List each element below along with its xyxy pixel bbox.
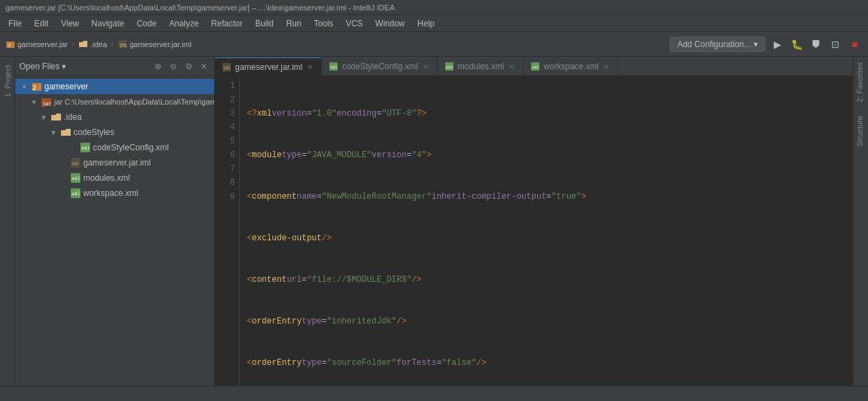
code-editor[interactable]: 1 2 3 4 5 6 7 8 9 <?xml version="1.0" en…: [215, 76, 853, 401]
folder-idea-icon: [51, 112, 62, 123]
structure-tab[interactable]: Structure: [853, 110, 868, 152]
menu-item-navigate[interactable]: Navigate: [86, 17, 130, 30]
tab-icon-modules: xml: [444, 62, 454, 71]
add-config-label: Add Configuration...: [677, 39, 751, 49]
tree-item-jar[interactable]: ▼ jar jar C:\Users\localhost\AppData\Loc…: [15, 94, 214, 109]
tree-label-gameserver: gameserver: [44, 82, 88, 91]
breadcrumb-sep-2: ›: [111, 40, 114, 48]
app-title: gameserver.jar [C:\Users\localhost\AppDa…: [6, 3, 394, 12]
menu-item-refactor[interactable]: Refactor: [206, 17, 248, 30]
tab-label-gameserver-iml: gameserver.jar.iml: [235, 62, 302, 72]
favorites-tab[interactable]: 2: Favorites: [853, 57, 868, 107]
svg-text:xml: xml: [81, 145, 90, 151]
code-line-6: <orderEntry type="inheritedJdk" />: [247, 314, 853, 328]
breadcrumb-sep-1: ›: [72, 40, 75, 48]
editor-area: iml gameserver.jar.iml ✕ xml codeStyleCo…: [215, 57, 853, 401]
iml-file-icon: IML: [118, 39, 128, 49]
folder-icon: [78, 39, 88, 49]
project-panel-title[interactable]: Open Files ▾: [19, 62, 149, 71]
tree-label-iml: gameserver.jar.iml: [83, 158, 150, 168]
tree-arrow: ▼: [40, 114, 49, 121]
tab-close-gameserver-iml[interactable]: ✕: [306, 63, 314, 71]
code-line-2: <module type="JAVA_MODULE" version="4">: [247, 148, 853, 162]
tree-label-codestyles: codeStyles: [73, 127, 114, 137]
breadcrumb-gameserver-jar[interactable]: J gameserver.jar: [6, 39, 68, 49]
tree-label-idea: .idea: [64, 112, 82, 122]
code-line-3: <component name="NewModuleRootManager" i…: [247, 190, 853, 204]
svg-text:xml: xml: [71, 176, 80, 181]
tab-gameserver-iml[interactable]: iml gameserver.jar.iml ✕: [215, 57, 322, 75]
project-panel-toolbar: Open Files ▾ ⊕ ⊖ ⚙ ✕: [15, 57, 214, 76]
stop-button[interactable]: ■: [847, 37, 862, 52]
tab-icon-iml: iml: [222, 62, 232, 72]
tab-icon-workspace: xml: [530, 62, 540, 71]
jar-icon: J: [6, 39, 15, 49]
code-line-4: <exclude-output />: [247, 231, 853, 245]
tree-item-workspace[interactable]: xml workspace.xml: [15, 186, 214, 201]
svg-text:iml: iml: [71, 161, 79, 166]
add-configuration-button[interactable]: Add Configuration... ▾: [670, 37, 765, 52]
tree-item-codestyles[interactable]: ▼ codeStyles: [15, 125, 214, 140]
coverage-button[interactable]: ⛊: [808, 37, 824, 52]
menu-item-analyze[interactable]: Analyze: [164, 17, 205, 30]
iml-tree-icon: iml: [70, 157, 81, 168]
tab-label-codestyleconfig: codeStyleConfig.xml: [342, 62, 417, 71]
tree-item-idea[interactable]: ▼ .idea: [15, 109, 214, 125]
tree-item-gameserver[interactable]: ▼ J gameserver: [15, 79, 214, 94]
menu-item-build[interactable]: Build: [250, 17, 279, 30]
svg-text:J: J: [33, 85, 36, 91]
svg-text:xml: xml: [532, 64, 539, 69]
xml-file-icon-modules: xml: [70, 172, 81, 184]
menu-item-vcs[interactable]: VCS: [340, 17, 369, 30]
tab-close-workspace[interactable]: ✕: [602, 63, 610, 71]
menu-item-edit[interactable]: Edit: [28, 17, 54, 30]
menu-item-run[interactable]: Run: [281, 17, 307, 30]
svg-text:xml: xml: [71, 191, 80, 197]
statusbar: [0, 386, 868, 401]
profile-button[interactable]: ⊡: [828, 37, 843, 52]
tab-close-codestyle[interactable]: ✕: [422, 63, 430, 71]
tab-workspace[interactable]: xml workspace.xml ✕: [523, 57, 618, 75]
tab-close-modules[interactable]: ✕: [507, 63, 516, 71]
tree-arrow: ▼: [50, 129, 58, 136]
tab-modules[interactable]: xml modules.xml ✕: [437, 57, 523, 75]
tree-label-modules: modules.xml: [83, 173, 130, 183]
tree-label-codestyleconfig: codeStyleConfig.xml: [93, 143, 168, 152]
file-tree: ▼ J gameserver ▼ jar jar C:\Users\localh…: [15, 76, 214, 401]
toolbar: J gameserver.jar › .idea › IML gameserve…: [0, 32, 868, 57]
project-toolbar-close[interactable]: ✕: [198, 60, 210, 73]
svg-text:xml: xml: [446, 64, 453, 69]
debug-button[interactable]: 🐛: [789, 37, 804, 52]
code-line-5: <content url="file://$MODULE_DIR$" />: [247, 273, 853, 287]
menu-item-help[interactable]: Help: [412, 17, 440, 30]
code-line-7: <orderEntry type="sourceFolder" forTests…: [247, 356, 853, 370]
menu-item-tools[interactable]: Tools: [309, 17, 339, 30]
project-toolbar-collapse[interactable]: ⊖: [167, 60, 180, 73]
code-line-1: <?xml version="1.0" encoding="UTF-8"?>: [247, 107, 853, 121]
tree-item-codestyleconfig[interactable]: xml codeStyleConfig.xml: [15, 140, 214, 155]
add-config-dropdown-icon: ▾: [754, 39, 758, 49]
breadcrumb-iml[interactable]: IML gameserver.jar.iml: [118, 39, 191, 49]
tree-item-iml[interactable]: iml gameserver.jar.iml: [15, 155, 214, 170]
project-panel: Open Files ▾ ⊕ ⊖ ⚙ ✕ ▼ J gameserver ▼ ja…: [15, 57, 215, 401]
project-tab[interactable]: 1: Project: [1, 60, 14, 103]
menu-item-view[interactable]: View: [55, 17, 85, 30]
svg-text:IML: IML: [119, 43, 128, 48]
breadcrumb-idea[interactable]: .idea: [78, 39, 107, 49]
svg-text:jar: jar: [42, 101, 51, 107]
xml-file-icon-workspace: xml: [70, 188, 81, 199]
tree-label-jar: jar C:\Users\localhost\AppData\Local\Tem…: [54, 98, 214, 106]
project-toolbar-settings[interactable]: ⚙: [182, 60, 195, 73]
menu-item-file[interactable]: File: [3, 17, 27, 30]
module-icon: J: [31, 81, 42, 92]
run-button[interactable]: ▶: [770, 37, 785, 52]
menu-item-code[interactable]: Code: [131, 17, 162, 30]
project-toolbar-locate[interactable]: ⊕: [152, 60, 164, 73]
code-content[interactable]: <?xml version="1.0" encoding="UTF-8"?> <…: [240, 76, 853, 401]
menu-item-window[interactable]: Window: [370, 17, 410, 30]
tab-codestyleconfig[interactable]: xml codeStyleConfig.xml ✕: [322, 57, 437, 75]
menubar: FileEditViewNavigateCodeAnalyzeRefactorB…: [0, 15, 868, 32]
tab-icon-codestyle: xml: [329, 62, 338, 71]
tree-label-workspace: workspace.xml: [83, 188, 138, 198]
tree-item-modules[interactable]: xml modules.xml: [15, 170, 214, 186]
